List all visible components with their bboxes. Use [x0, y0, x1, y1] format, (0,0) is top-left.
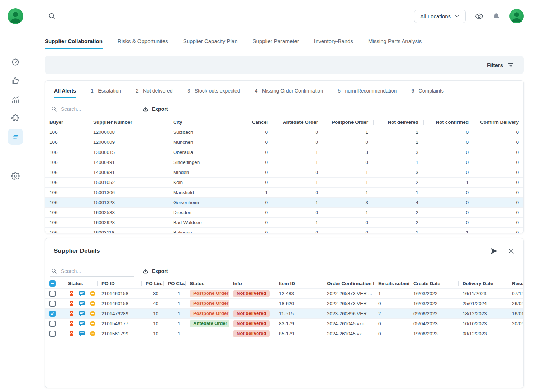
alert-row[interactable]: 10616002928Bad Waldsee010200 — [45, 218, 523, 228]
alert-row[interactable]: 10615001052Köln011210 — [45, 178, 523, 188]
tab-risks-opportunites[interactable]: Risks & Opportunites — [118, 32, 168, 49]
sidebar-item-analytics[interactable] — [8, 91, 23, 107]
tab-missing-parts-analysis[interactable]: Missing Parts Analysis — [368, 32, 422, 49]
select-all-checkbox[interactable] — [49, 280, 56, 287]
visibility-eye-icon[interactable] — [475, 12, 483, 20]
tab-supplier-parameter[interactable]: Supplier Parameter — [253, 32, 299, 49]
column-header-info[interactable]: Info — [229, 279, 275, 288]
column-header-po-cla[interactable]: PO Cla... — [163, 279, 185, 288]
column-header-status[interactable]: Status — [64, 279, 97, 288]
column-header-create-date[interactable]: Create Date — [409, 279, 458, 288]
alert-row[interactable]: 10615001323Geisenheim013400 — [45, 198, 523, 208]
escalation-hourglass-icon[interactable] — [69, 301, 74, 307]
escalation-hourglass-icon[interactable] — [69, 311, 74, 317]
details-search-input[interactable] — [60, 268, 134, 274]
detail-row[interactable]: 2101561799101Not delivered85-1792024-261… — [45, 329, 523, 339]
gear-icon — [11, 172, 20, 180]
alert-row[interactable]: 10616002533Dresden001200 — [45, 208, 523, 218]
comment-icon[interactable] — [79, 331, 85, 337]
cell-city: Mansfield — [169, 188, 223, 197]
details-export-button[interactable]: Export — [140, 268, 170, 275]
person-silhouette-icon — [8, 8, 23, 24]
alert-tab-1-escalation[interactable]: 1 - Escalation — [91, 81, 121, 101]
sidebar-item-approvals[interactable] — [8, 73, 23, 89]
cell-postpone-order: 1 — [323, 167, 373, 177]
column-header-postpone-order[interactable]: Postpone Order — [323, 117, 373, 127]
filters-button[interactable]: Filters — [485, 61, 517, 69]
column-header-order-confirmation-n[interactable]: Order Confirmation N... — [323, 279, 374, 288]
comment-icon[interactable] — [79, 301, 85, 307]
close-button[interactable] — [508, 247, 515, 255]
sidebar-item-dashboard[interactable] — [8, 54, 23, 70]
column-header-buyer[interactable]: Buyer — [45, 117, 89, 127]
sidebar-nav — [8, 54, 23, 184]
escalation-hourglass-icon[interactable] — [69, 291, 74, 297]
comment-icon[interactable] — [79, 291, 85, 297]
row-checkbox[interactable] — [49, 291, 56, 297]
column-header-select[interactable] — [45, 279, 64, 288]
alerts-search-input[interactable] — [60, 106, 134, 112]
detail-row[interactable]: 2101460158401Postpone Order18-6202022-26… — [45, 299, 523, 309]
detail-row[interactable]: 2101460158301Postpone OrderNot delivered… — [45, 289, 523, 299]
column-header-status[interactable]: Status — [185, 279, 229, 288]
alert-tab-5-numi-recommendation[interactable]: 5 - numi Recommendation — [338, 81, 397, 101]
row-checkbox[interactable] — [49, 301, 56, 307]
minus-circle-icon[interactable] — [90, 331, 96, 337]
column-header-city[interactable]: City — [169, 117, 223, 127]
notifications-bell-icon[interactable] — [493, 13, 500, 20]
cell-select — [45, 309, 64, 318]
detail-row[interactable]: 2101546177101Antedate OrderNot delivered… — [45, 319, 523, 329]
column-header-item-id[interactable]: Item ID — [275, 279, 323, 288]
column-header-po-id[interactable]: PO ID — [97, 279, 141, 288]
row-checkbox[interactable] — [49, 321, 56, 327]
sidebar-item-integrations[interactable] — [8, 110, 23, 126]
escalation-hourglass-icon[interactable] — [69, 331, 74, 337]
column-header-confirm-delivery[interactable]: Confirm Delivery — [474, 117, 524, 127]
company-logo-avatar[interactable] — [8, 8, 23, 24]
sidebar-item-settings[interactable] — [8, 168, 23, 184]
alert-row[interactable]: 10613000015Oberaula013300 — [45, 147, 523, 157]
send-button[interactable] — [490, 247, 498, 255]
column-header-resch[interactable]: Resch... — [508, 279, 524, 288]
column-header-cancel[interactable]: Cancel — [223, 117, 273, 127]
tab-supplier-collaboration[interactable]: Supplier Collaboration — [45, 32, 103, 49]
alert-tab-6-complaints[interactable]: 6 - Complaints — [411, 81, 443, 101]
minus-circle-icon[interactable] — [90, 311, 96, 317]
tab-inventory-bands[interactable]: Inventory-Bands — [314, 32, 353, 49]
alert-row[interactable]: 10615001306Mansfield101100 — [45, 188, 523, 198]
column-header-not-confirmed[interactable]: Not confirmed — [423, 117, 474, 127]
cell-not-confirmed: 0 — [423, 167, 474, 177]
comment-icon[interactable] — [79, 321, 85, 327]
tab-supplier-capacity-plan[interactable]: Supplier Capacity Plan — [183, 32, 238, 49]
alert-row[interactable]: 10612000009München000200 — [45, 137, 523, 147]
alert-row[interactable]: 10614000491Sindelfingen010100 — [45, 157, 523, 167]
global-search-icon[interactable] — [48, 12, 56, 20]
row-checkbox[interactable] — [49, 311, 56, 317]
details-search-box — [50, 266, 134, 277]
alert-tab-4-missing-order-confirmation[interactable]: 4 - Missing Order Confirmation — [255, 81, 323, 101]
minus-circle-icon[interactable] — [90, 291, 96, 297]
location-selector[interactable]: All Locations — [414, 10, 466, 23]
minus-circle-icon[interactable] — [90, 321, 96, 327]
column-header-supplier-number[interactable]: Supplier Number — [89, 117, 169, 127]
alert-row[interactable]: 10616003118Balingen000110 — [45, 228, 523, 233]
escalation-hourglass-icon[interactable] — [69, 321, 74, 327]
column-header-po-lin[interactable]: PO Lin... — [141, 279, 163, 288]
minus-circle-icon[interactable] — [90, 301, 96, 307]
alerts-export-button[interactable]: Export — [140, 105, 170, 113]
detail-row[interactable]: 2101479289101Postpone OrderNot delivered… — [45, 309, 523, 319]
sidebar-item-supplier-collaboration[interactable] — [8, 129, 23, 145]
column-header-antedate-order[interactable]: Antedate Order — [273, 117, 323, 127]
column-header-not-delivered[interactable]: Not delivered — [373, 117, 423, 127]
comment-icon[interactable] — [79, 311, 85, 317]
user-avatar[interactable] — [509, 9, 524, 23]
alert-tab-all-alerts[interactable]: All Alerts — [54, 81, 76, 101]
alert-tab-2-not-delivered[interactable]: 2 - Not delivered — [136, 81, 173, 101]
alert-row[interactable]: 10612000008Sulzbach001200 — [45, 127, 523, 137]
column-header-emails-submitt[interactable]: Emails submitt... — [374, 279, 409, 288]
alert-tab-3-stock-outs-expected[interactable]: 3 - Stock-outs expected — [188, 81, 240, 101]
column-header-delivery-date[interactable]: Delivery Date — [458, 279, 508, 288]
alert-row[interactable]: 10614000981Minden001300 — [45, 167, 523, 178]
row-checkbox[interactable] — [49, 331, 56, 337]
info-chip: Not delivered — [233, 290, 270, 297]
